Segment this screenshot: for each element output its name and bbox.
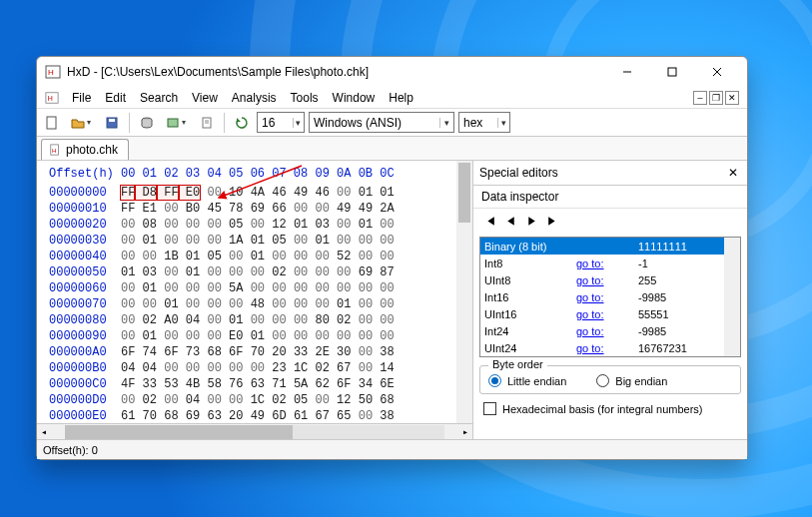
- hex-bytes[interactable]: FF D8 FF E0 00 10 4A 46 49 46 00 01 01: [121, 185, 395, 201]
- inspector-type: UInt24: [480, 342, 576, 354]
- nav-first-button[interactable]: [483, 215, 496, 231]
- document-icon[interactable]: [196, 112, 218, 134]
- nav-prev-button[interactable]: [504, 215, 517, 231]
- hex-row[interactable]: 00000090 00 01 00 00 00 E0 01 00 00 00 0…: [49, 328, 472, 344]
- inspector-goto[interactable]: go to:: [576, 325, 634, 337]
- inspector-row[interactable]: Int16go to:-9985: [480, 288, 724, 305]
- inspector-scrollbar[interactable]: [724, 238, 740, 356]
- hex-address: 00000080: [49, 312, 121, 328]
- refresh-icon[interactable]: [231, 112, 253, 134]
- minimize-button[interactable]: [604, 58, 649, 86]
- hex-selected-byte[interactable]: D8: [135, 186, 157, 200]
- hex-row[interactable]: 00000030 00 01 00 00 00 1A 01 05 00 01 0…: [49, 233, 472, 249]
- menu-help[interactable]: Help: [382, 89, 420, 107]
- hex-bytes[interactable]: 00 01 00 00 00 1A 01 05 00 01 00 00 00: [121, 233, 395, 249]
- nav-next-button[interactable]: [525, 215, 538, 231]
- menu-tools[interactable]: Tools: [284, 89, 326, 107]
- mdi-close-button[interactable]: ✕: [725, 91, 739, 105]
- hex-bytes[interactable]: 00 01 00 00 00 5A 00 00 00 00 00 00 00: [121, 280, 395, 296]
- inspector-goto[interactable]: go to:: [576, 308, 634, 320]
- bytes-per-row-combo[interactable]: ▾: [257, 112, 305, 133]
- radio-little-endian[interactable]: Little endian: [488, 374, 566, 387]
- hex-bytes[interactable]: FF E1 00 B0 45 78 69 66 00 00 49 49 2A: [121, 201, 395, 217]
- hex-horizontal-scrollbar[interactable]: ◂▸: [37, 423, 472, 439]
- hex-bytes[interactable]: 00 02 A0 04 00 01 00 00 00 80 02 00 00: [121, 312, 395, 328]
- hex-row[interactable]: 000000E0 61 70 68 69 63 20 49 6D 61 67 6…: [49, 408, 472, 423]
- hex-address: 00000030: [49, 233, 121, 249]
- menu-search[interactable]: Search: [133, 89, 185, 107]
- hex-row[interactable]: 00000040 00 00 1B 01 05 00 01 00 00 00 5…: [49, 249, 472, 264]
- hex-bytes[interactable]: 00 01 00 00 00 E0 01 00 00 00 00 00 00: [121, 328, 395, 344]
- hex-bytes[interactable]: 6F 74 6F 73 68 6F 70 20 33 2E 30 00 38: [121, 344, 395, 360]
- new-button[interactable]: [41, 112, 63, 134]
- memory-icon[interactable]: ▾: [162, 112, 192, 134]
- inspector-goto[interactable]: go to:: [576, 274, 634, 286]
- radio-big-endian[interactable]: Big endian: [596, 374, 667, 387]
- number-format-input[interactable]: [459, 116, 497, 130]
- svg-rect-3: [668, 68, 676, 76]
- hex-selected-byte[interactable]: E0: [179, 186, 201, 200]
- mdi-minimize-button[interactable]: –: [693, 91, 707, 105]
- menu-file[interactable]: File: [65, 89, 98, 107]
- hex-row[interactable]: 00000020 00 08 00 00 00 05 00 12 01 03 0…: [49, 217, 472, 233]
- app-window: H HxD - [C:\Users\Lex\Documents\Sample F…: [36, 56, 748, 460]
- inspector-goto[interactable]: go to:: [576, 342, 634, 354]
- inspector-goto[interactable]: go to:: [576, 258, 634, 269]
- hex-row[interactable]: 00000080 00 02 A0 04 00 01 00 00 00 80 0…: [49, 312, 472, 328]
- hex-editor[interactable]: Offset(h) 00 01 02 03 04 05 06 07 08 09 …: [37, 161, 472, 439]
- byte-order-group: Byte order Little endian Big endian: [479, 365, 741, 394]
- hex-row[interactable]: 000000C0 4F 33 53 4B 58 76 63 71 5A 62 6…: [49, 376, 472, 392]
- inspector-row[interactable]: Int24go to:-9985: [480, 322, 724, 339]
- hex-bytes[interactable]: 04 04 00 00 00 00 00 23 1C 02 67 00 14: [121, 360, 395, 376]
- bytes-per-row-input[interactable]: [258, 116, 293, 130]
- menu-edit[interactable]: Edit: [98, 89, 133, 107]
- tab-photo-chk[interactable]: H photo.chk: [41, 139, 129, 160]
- close-button[interactable]: [694, 58, 739, 86]
- hex-selected-byte[interactable]: FF: [157, 186, 179, 200]
- panel-close-button[interactable]: ✕: [725, 165, 741, 181]
- status-offset: Offset(h): 0: [43, 444, 98, 456]
- hex-row[interactable]: 00000050 01 03 00 01 00 00 00 02 00 00 0…: [49, 264, 472, 280]
- inspector-row[interactable]: Int8go to:-1: [480, 255, 724, 271]
- encoding-combo[interactable]: ▾: [309, 112, 454, 133]
- hex-row[interactable]: 00000070 00 00 01 00 00 00 48 00 00 00 0…: [49, 296, 472, 312]
- hex-selected-byte[interactable]: FF: [121, 186, 135, 200]
- hex-bytes[interactable]: 00 02 00 04 00 00 1C 02 05 00 12 50 68: [121, 392, 395, 408]
- disk-icon[interactable]: [136, 112, 158, 134]
- inspector-goto[interactable]: go to:: [576, 291, 634, 303]
- inspector-row[interactable]: UInt24go to:16767231: [480, 339, 724, 356]
- inspector-row[interactable]: Binary (8 bit)11111111: [480, 238, 724, 255]
- hex-row[interactable]: 000000B0 04 04 00 00 00 00 00 23 1C 02 6…: [49, 360, 472, 376]
- save-button[interactable]: [101, 112, 123, 134]
- hex-row[interactable]: 00000000 FF D8 FF E0 00 10 4A 46 49 46 0…: [49, 185, 472, 201]
- inspector-row[interactable]: UInt8go to:255: [480, 271, 724, 288]
- data-inspector-table[interactable]: Binary (8 bit)11111111Int8go to:-1UInt8g…: [479, 237, 741, 357]
- hex-address: 000000E0: [49, 408, 121, 423]
- menu-analysis[interactable]: Analysis: [225, 89, 284, 107]
- nav-last-button[interactable]: [546, 215, 559, 231]
- number-format-combo[interactable]: ▾: [458, 112, 510, 133]
- hex-bytes[interactable]: 00 00 01 00 00 00 48 00 00 00 01 00 00: [121, 296, 395, 312]
- mdi-restore-button[interactable]: ❐: [709, 91, 723, 105]
- hex-row[interactable]: 00000060 00 01 00 00 00 5A 00 00 00 00 0…: [49, 280, 472, 296]
- menu-view[interactable]: View: [185, 89, 225, 107]
- hex-bytes[interactable]: 01 03 00 01 00 00 00 02 00 00 00 69 87: [121, 264, 395, 280]
- hex-row[interactable]: 00000010 FF E1 00 B0 45 78 69 66 00 00 4…: [49, 201, 472, 217]
- hex-row[interactable]: 000000A0 6F 74 6F 73 68 6F 70 20 33 2E 3…: [49, 344, 472, 360]
- menu-window[interactable]: Window: [326, 89, 383, 107]
- hex-row[interactable]: 000000D0 00 02 00 04 00 00 1C 02 05 00 1…: [49, 392, 472, 408]
- hex-bytes[interactable]: 00 08 00 00 00 05 00 12 01 03 00 01 00: [121, 217, 395, 233]
- maximize-button[interactable]: [649, 58, 694, 86]
- panel-title: Special editors: [479, 166, 558, 180]
- hex-vertical-scrollbar[interactable]: [456, 161, 472, 423]
- hex-basis-checkbox[interactable]: Hexadecimal basis (for integral numbers): [473, 398, 747, 421]
- inspector-row[interactable]: UInt16go to:55551: [480, 305, 724, 322]
- titlebar[interactable]: H HxD - [C:\Users\Lex\Documents\Sample F…: [37, 57, 747, 87]
- hex-bytes[interactable]: 4F 33 53 4B 58 76 63 71 5A 62 6F 34 6E: [121, 376, 395, 392]
- hex-bytes[interactable]: 61 70 68 69 63 20 49 6D 61 67 65 00 38: [121, 408, 395, 423]
- open-button[interactable]: ▾: [67, 112, 97, 134]
- inspector-value: -9985: [634, 325, 724, 337]
- encoding-input[interactable]: [310, 116, 439, 130]
- hex-bytes[interactable]: 00 00 1B 01 05 00 01 00 00 00 52 00 00: [121, 249, 395, 264]
- app-icon: H: [45, 64, 61, 80]
